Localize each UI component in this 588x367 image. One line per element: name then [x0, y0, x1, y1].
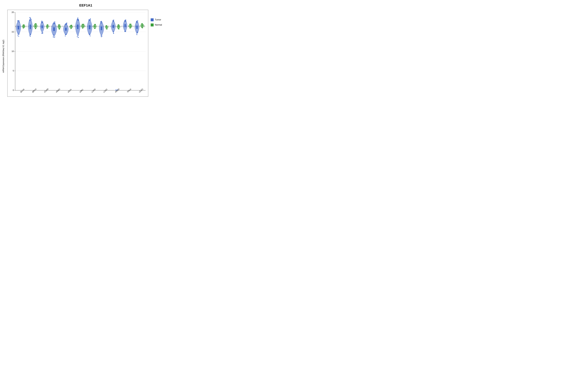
svg-text:BRCA: BRCA: [32, 88, 37, 93]
svg-rect-296: [125, 21, 125, 22]
svg-rect-213: [94, 26, 95, 27]
svg-rect-62: [30, 34, 31, 35]
svg-text:5: 5: [13, 70, 14, 72]
svg-rect-196: [82, 28, 83, 28]
svg-rect-319: [136, 25, 138, 29]
svg-rect-256: [106, 28, 107, 29]
svg-rect-150: [66, 34, 66, 34]
plot-frame: 05101520BLCABRCACOADHNSCKICHKIRCLUADLUSC…: [7, 10, 148, 97]
svg-rect-240: [101, 35, 101, 36]
svg-rect-175: [78, 17, 78, 18]
plot-and-x: 05101520BLCABRCACOADHNSCKICHKIRCLUADLUSC…: [6, 8, 170, 104]
svg-rect-128: [60, 24, 60, 25]
svg-rect-121: [54, 37, 55, 38]
svg-rect-28: [18, 34, 18, 35]
svg-rect-151: [65, 35, 66, 35]
svg-rect-191: [82, 24, 83, 25]
svg-rect-23: [19, 20, 19, 21]
svg-rect-229: [101, 26, 102, 30]
svg-rect-89: [42, 32, 43, 33]
svg-rect-55: [30, 20, 30, 21]
svg-rect-251: [106, 25, 107, 26]
svg-rect-286: [118, 28, 119, 29]
svg-rect-237: [100, 22, 101, 22]
svg-text:LUSC: LUSC: [103, 88, 108, 93]
svg-rect-122: [53, 34, 54, 35]
chart-container: EEF1A1 mRNA Expression (RNASeq V2, log2)…: [1, 1, 170, 106]
svg-rect-332: [137, 34, 137, 35]
svg-text:KIRC: KIRC: [79, 88, 84, 93]
svg-rect-199: [89, 25, 90, 29]
svg-rect-24: [17, 21, 18, 22]
svg-rect-19: [18, 26, 19, 29]
svg-rect-176: [78, 20, 78, 20]
svg-rect-297: [125, 20, 126, 20]
svg-rect-210: [89, 34, 90, 35]
svg-rect-265: [113, 21, 114, 22]
svg-rect-311: [130, 24, 131, 25]
chart-title: EEF1A1: [1, 1, 170, 8]
svg-rect-30: [19, 34, 19, 34]
y-axis-label: mRNA Expression (RNASeq V2, log2): [1, 8, 6, 104]
svg-rect-169: [77, 25, 78, 29]
svg-rect-139: [65, 28, 67, 31]
svg-rect-346: [142, 28, 143, 28]
svg-text:20: 20: [12, 11, 14, 13]
svg-rect-63: [35, 25, 36, 26]
svg-rect-123: [59, 26, 60, 27]
svg-rect-60: [30, 36, 31, 37]
svg-rect-183: [82, 25, 84, 26]
svg-rect-33: [23, 26, 24, 27]
svg-rect-289: [125, 24, 126, 27]
svg-text:COAD: COAD: [43, 88, 49, 93]
svg-text:THCA: THCA: [127, 88, 132, 93]
svg-rect-79: [42, 25, 43, 28]
svg-rect-32: [18, 33, 19, 33]
svg-rect-57: [31, 19, 31, 20]
svg-rect-211: [89, 33, 90, 33]
svg-rect-80: [41, 21, 42, 21]
svg-rect-101: [47, 25, 48, 25]
svg-rect-118: [54, 36, 55, 37]
svg-rect-331: [137, 32, 138, 33]
svg-rect-236: [101, 23, 101, 24]
svg-rect-302: [124, 31, 125, 32]
svg-rect-273: [118, 26, 119, 27]
svg-rect-120: [53, 36, 54, 37]
svg-rect-92: [41, 33, 42, 33]
svg-rect-303: [130, 25, 131, 26]
svg-rect-243: [106, 27, 107, 27]
legend-label-normal: Normal: [155, 24, 162, 26]
svg-rect-117: [53, 24, 54, 24]
svg-rect-178: [77, 35, 78, 36]
svg-rect-111: [54, 21, 55, 22]
svg-rect-180: [77, 36, 78, 37]
chart-area: mRNA Expression (RNASeq V2, log2) 051015…: [1, 8, 170, 104]
svg-rect-190: [83, 24, 83, 25]
svg-rect-76: [35, 28, 36, 29]
svg-rect-130: [58, 24, 59, 25]
svg-text:UCEC: UCEC: [138, 88, 144, 93]
svg-rect-49: [30, 25, 31, 29]
svg-rect-93: [47, 26, 48, 27]
svg-rect-182: [78, 37, 79, 38]
svg-text:BLCA: BLCA: [20, 88, 25, 93]
svg-rect-226: [95, 28, 95, 28]
svg-rect-271: [113, 31, 114, 32]
svg-rect-70: [35, 23, 35, 24]
svg-rect-350: [117, 89, 118, 90]
plot-with-legend: 05101520BLCABRCACOADHNSCKICHKIRCLUADLUSC…: [6, 8, 170, 97]
svg-rect-136: [59, 28, 59, 29]
svg-rect-165: [70, 28, 71, 29]
svg-rect-119: [53, 37, 54, 38]
svg-rect-106: [47, 28, 47, 28]
svg-rect-166: [71, 28, 72, 28]
svg-rect-341: [142, 23, 142, 24]
svg-rect-54: [30, 18, 31, 19]
svg-rect-323: [136, 22, 137, 22]
svg-rect-22: [17, 20, 18, 21]
x-axis-labels: [7, 97, 170, 104]
legend: Tumor Normal: [148, 8, 170, 97]
svg-rect-81: [41, 21, 42, 22]
svg-rect-188: [83, 24, 84, 25]
